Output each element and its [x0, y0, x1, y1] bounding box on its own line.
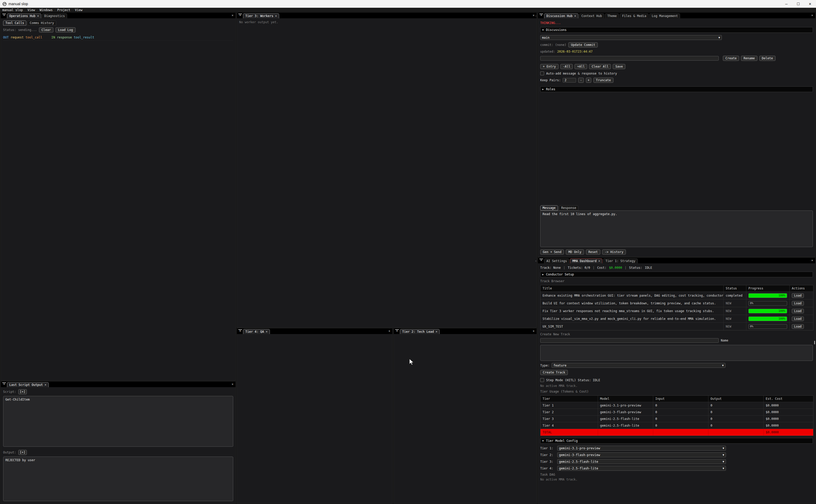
message-md-only-button[interactable]: MD Only — [566, 249, 584, 255]
track-name-input[interactable] — [540, 338, 719, 343]
create-track-button[interactable]: Create Track — [540, 370, 568, 375]
tab-tier-3-workers[interactable]: Tier 3: Workers✕ — [243, 13, 279, 18]
tab-message[interactable]: Message — [540, 205, 558, 210]
discussion-create-button[interactable]: Create — [723, 56, 739, 61]
tab-tool-calls[interactable]: Tool Calls — [3, 20, 26, 26]
table-row[interactable]: Fix Tier 3 worker responses not reaching… — [540, 307, 813, 315]
load-track-button[interactable]: Load — [792, 316, 804, 321]
panel-menu-icon[interactable]: ▼ — [395, 329, 399, 333]
maximize-icon[interactable]: ☐ — [792, 0, 804, 8]
tab-close-icon[interactable]: ✕ — [598, 259, 600, 263]
splitter-collapse-icon[interactable]: ‹ — [535, 14, 537, 18]
load-track-button[interactable]: Load — [792, 301, 804, 306]
table-row[interactable]: Stabilize visual_sim_mma_v2.py and mock_… — [540, 315, 813, 322]
tab-diagnostics[interactable]: Diagnostics — [42, 13, 67, 18]
track-type-select[interactable]: feature ▼ — [552, 363, 725, 368]
panel-menu-icon[interactable]: ▼ — [539, 14, 543, 17]
history-all-button[interactable]: -All — [560, 64, 573, 69]
tab-close-icon[interactable]: ✕ — [275, 14, 277, 18]
tab-operations-hub[interactable]: Operations Hub✕ — [7, 13, 41, 18]
discussions-collapsible[interactable]: ▼ Discussions — [540, 27, 813, 33]
load-track-button[interactable]: Load — [792, 293, 804, 298]
auto-add-checkbox[interactable] — [540, 71, 544, 75]
script-textarea[interactable]: Get-ChildItem — [3, 396, 233, 447]
tab-log-management[interactable]: Log Management — [649, 13, 680, 18]
discussion-rename-button[interactable]: Rename — [741, 56, 757, 61]
splitter-collapse-icon[interactable]: ‹ — [535, 259, 537, 263]
tab-close-icon[interactable]: ✕ — [436, 329, 438, 334]
tab-tier-2-tech-lead[interactable]: Tier 2: Tech Lead✕ — [400, 329, 440, 334]
tier-model-select[interactable]: gemini-2.5-flash-lite▼ — [557, 459, 726, 464]
tab-last-script-output[interactable]: Last Script Output✕ — [7, 382, 49, 387]
tab-response[interactable]: Response — [559, 205, 579, 210]
panel-close-icon[interactable]: ✕ — [232, 382, 233, 386]
conductor-setup-collapsible[interactable]: ▶ Conductor Setup — [540, 272, 813, 277]
panel-menu-icon[interactable]: ▼ — [238, 14, 242, 17]
tab-discussion-hub[interactable]: Discussion Hub✕ — [544, 13, 578, 18]
message-reset-button[interactable]: Reset — [586, 249, 600, 255]
tab-mma-dashboard[interactable]: MMA Dashboard✕ — [570, 258, 602, 263]
load-track-button[interactable]: Load — [792, 309, 804, 313]
history-save-button[interactable]: Save — [613, 64, 625, 69]
keep-pairs-minus-button[interactable]: - — [578, 78, 584, 83]
load-log-button[interactable]: Load Log — [55, 27, 76, 32]
tab-close-icon[interactable]: ✕ — [574, 14, 576, 18]
panel-menu-icon[interactable]: ▼ — [2, 383, 6, 386]
menu-item-project[interactable]: Project — [55, 8, 73, 12]
tab-tier-4-qa[interactable]: Tier 4: QA✕ — [243, 329, 270, 334]
tab-theme[interactable]: Theme — [605, 13, 619, 18]
panel-close-icon[interactable]: ✕ — [232, 13, 233, 17]
panel-menu-icon[interactable]: ▼ — [539, 259, 543, 262]
tab-tier-1-strategy[interactable]: Tier 1: Strategy — [603, 258, 638, 263]
tab-close-icon[interactable]: ✕ — [37, 14, 39, 18]
discussion-delete-button[interactable]: Delete — [759, 56, 775, 61]
tab-files-media[interactable]: Files & Media — [620, 13, 649, 18]
table-row[interactable]: Enhance existing MMA orchestration GUI: … — [540, 291, 813, 299]
panel-close-icon[interactable]: ✕ — [389, 329, 390, 333]
output-expand-button[interactable]: [+] — [18, 450, 27, 455]
tier-model-select[interactable]: gemini-3.1-pro-preview▼ — [557, 446, 726, 451]
scrollbar-thumb[interactable] — [814, 341, 815, 344]
table-row[interactable]: UX_SIM_TESTNEW0%Load — [540, 322, 813, 330]
panel-close-icon[interactable]: ✕ — [811, 13, 813, 17]
discussion-name-input[interactable] — [540, 56, 719, 61]
message-history-button[interactable]: -> History — [602, 249, 626, 255]
tier-model-select[interactable]: gemini-3-flash-preview▼ — [557, 452, 726, 457]
load-track-button[interactable]: Load — [792, 324, 804, 329]
keep-pairs-plus-button[interactable]: + — [586, 78, 591, 83]
tab-comms-history[interactable]: Comms History — [27, 20, 56, 26]
discussion-select[interactable]: main ▼ — [540, 35, 722, 40]
output-textarea[interactable]: REJECTED by user — [3, 457, 233, 501]
tier-model-select[interactable]: gemini-2.5-flash-lite▼ — [557, 466, 726, 471]
roles-collapsible[interactable]: ▶ Roles — [540, 86, 813, 92]
tier-model-config-collapsible[interactable]: ▼ Tier Model Config — [540, 438, 813, 444]
panel-close-icon[interactable]: ✕ — [811, 258, 813, 262]
truncate-button[interactable]: Truncate — [593, 78, 613, 83]
tab-close-icon[interactable]: ✕ — [266, 329, 268, 334]
minimize-icon[interactable]: ─ — [780, 0, 792, 8]
panel-menu-icon[interactable]: ▼ — [238, 329, 242, 333]
history-entry-button[interactable]: + Entry — [540, 64, 559, 69]
script-expand-button[interactable]: [+] — [18, 389, 27, 394]
tool-call-log-entry[interactable]: OUT request tool_call IN response tool_r… — [3, 36, 233, 41]
menu-item-manual-slop[interactable]: manual slop — [0, 8, 25, 12]
panel-close-icon[interactable]: ✕ — [533, 329, 535, 333]
tab-close-icon[interactable]: ✕ — [45, 383, 46, 387]
history-clear-all-button[interactable]: Clear All — [589, 64, 611, 69]
keep-pairs-input[interactable]: 2 — [563, 78, 576, 83]
tab-ai-settings[interactable]: AI Settings — [544, 258, 569, 263]
step-mode-checkbox[interactable] — [540, 378, 544, 382]
close-icon[interactable]: ✕ — [804, 0, 816, 8]
table-row[interactable]: Build UI for context window utilization,… — [540, 299, 813, 307]
clear-button[interactable]: Clear — [39, 27, 53, 32]
message-textarea[interactable]: Read the first 10 lines of aggregate.py. — [540, 210, 813, 247]
panel-menu-icon[interactable]: ▼ — [2, 14, 6, 17]
tab-context-hub[interactable]: Context Hub — [579, 13, 604, 18]
track-description-textarea[interactable] — [540, 345, 813, 361]
panel-close-icon[interactable]: ✕ — [533, 13, 535, 17]
menu-item-view[interactable]: View — [25, 8, 37, 12]
menu-item-view[interactable]: View — [73, 8, 85, 12]
update-commit-button[interactable]: Update Commit — [568, 42, 598, 47]
history-all-button[interactable]: +All — [575, 64, 587, 69]
message-gen-send-button[interactable]: Gen + Send — [540, 249, 564, 255]
